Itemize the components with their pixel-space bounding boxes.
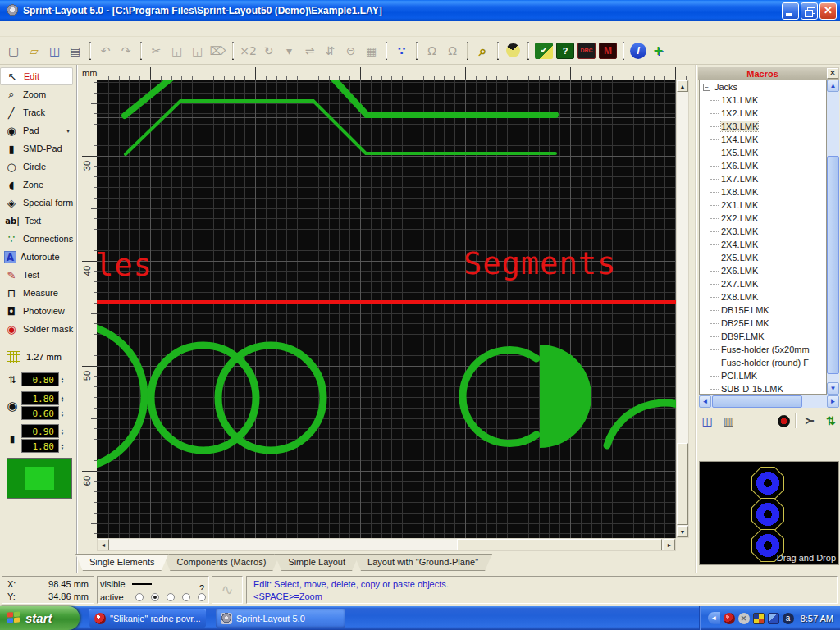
macro-tree-root[interactable]: − Jacks <box>700 80 826 94</box>
macro-item[interactable]: PCI.LMK <box>700 369 826 382</box>
macro-item[interactable]: 2X3.LMK <box>700 225 826 238</box>
menu-item[interactable] <box>5 27 18 30</box>
tool-test[interactable]: ✎ Test <box>0 266 76 284</box>
minimize-button[interactable] <box>782 2 799 20</box>
scroll-left-button[interactable]: ◄ <box>98 539 109 550</box>
board-tab[interactable]: Simple Layout <box>274 554 359 571</box>
taskbar-task[interactable]: "Slikanje" radne povr... <box>89 609 206 628</box>
macros-vertical-scrollbar[interactable]: ▲ ▼ <box>827 80 839 395</box>
macro-item[interactable]: 1X6.LMK <box>700 159 826 172</box>
vertical-scroll-thumb[interactable] <box>827 156 839 374</box>
macro-item[interactable]: Fuse-holder (5x20mm <box>700 343 826 356</box>
macro-item[interactable]: 1X8.LMK <box>700 185 826 199</box>
menu-item[interactable] <box>64 27 77 30</box>
test-icon[interactable]: ✔ <box>535 43 553 59</box>
menu-item[interactable] <box>20 27 33 30</box>
tool-photoview[interactable]: ◘ Photoview <box>0 302 76 320</box>
scroll-down-button[interactable]: ▼ <box>677 526 688 537</box>
tool-zoom[interactable]: ⌕ Zoom <box>0 85 76 103</box>
zoom-icon[interactable]: ⌕ <box>472 41 493 61</box>
active-layer-radio[interactable] <box>198 593 206 601</box>
tray-a-icon[interactable]: a <box>783 613 794 624</box>
circle-a[interactable] <box>151 345 256 450</box>
macros-close-icon[interactable]: ✕ <box>827 68 838 79</box>
taskbar-task-active[interactable]: Sprint-Layout 5.0 <box>216 609 345 628</box>
photoview-icon[interactable]: ● <box>503 41 523 61</box>
tool-pad[interactable]: ◉ Pad <box>0 121 76 139</box>
pcb-canvas[interactable]: les Segments <box>97 80 676 538</box>
tool-solder-mask[interactable]: ◉ Solder mask <box>0 320 76 338</box>
tool-autoroute[interactable]: A Autoroute <box>0 248 76 266</box>
track-width-field[interactable]: 0.80 <box>21 372 59 386</box>
tool-special-form[interactable]: ◈ Special form <box>0 194 76 212</box>
cut-icon[interactable]: ✂ <box>146 41 167 61</box>
scroll-left-button[interactable]: ◄ <box>699 395 711 408</box>
horizontal-scroll-thumb[interactable] <box>712 395 802 408</box>
tool-connections[interactable]: ∵ Connections <box>0 230 76 248</box>
macro-item[interactable]: 1X7.LMK <box>700 172 826 185</box>
smd-width-field[interactable]: 0.90 <box>21 424 59 438</box>
pcb-label-left[interactable]: les <box>97 248 153 283</box>
active-layer-radio[interactable] <box>167 593 175 601</box>
connections-icon[interactable]: ∵ <box>391 41 412 61</box>
tray-close-icon[interactable]: ✕ <box>738 613 750 624</box>
macro-item[interactable]: 1X2.LMK <box>700 107 826 120</box>
macros-horizontal-scrollbar[interactable]: ◄ ► <box>699 395 839 408</box>
drc-icon[interactable]: DRC <box>578 43 596 59</box>
print-icon[interactable]: ▤ <box>65 41 85 61</box>
canvas-vertical-scrollbar[interactable]: ▲ ▼ <box>676 80 689 538</box>
macro-item[interactable]: 1X3.LMK <box>700 120 826 133</box>
half-disc[interactable] <box>540 345 591 448</box>
board-tab[interactable]: Single Elements <box>75 554 169 571</box>
scroll-up-button[interactable]: ▲ <box>827 80 839 92</box>
lock-icon[interactable]: Ω <box>422 41 442 61</box>
board-tab[interactable]: Components (Macros) <box>163 554 281 571</box>
mirror-horizontal-icon[interactable]: ⇌ <box>299 41 320 61</box>
macro-item[interactable]: Fuse-holder (round) F <box>700 356 826 369</box>
vertical-scroll-thumb[interactable] <box>677 443 688 525</box>
info-icon[interactable]: i <box>630 43 646 59</box>
trace-thick-left[interactable] <box>125 80 176 116</box>
menu-item[interactable] <box>34 27 48 30</box>
trace-thick-right[interactable] <box>330 80 555 115</box>
tool-circle[interactable]: ○ Circle <box>0 158 76 176</box>
component-pins-icon[interactable]: Y <box>801 413 818 429</box>
redo-icon[interactable]: ↷ <box>116 41 136 61</box>
close-button[interactable] <box>819 2 837 20</box>
tray-tool-icon[interactable] <box>753 613 765 624</box>
tool-text[interactable]: ab| Text <box>0 212 76 230</box>
layer-help-icon[interactable]: ? <box>199 583 204 593</box>
undo-icon[interactable]: ↶ <box>95 41 116 61</box>
paste-icon[interactable]: ◲ <box>187 41 208 61</box>
pcb-label-right[interactable]: Segments <box>463 246 616 281</box>
macro-item[interactable]: 2X4.LMK <box>700 238 826 251</box>
tool-zone[interactable]: ◖ Zone <box>0 176 76 194</box>
restore-button[interactable] <box>801 2 818 20</box>
macro-item[interactable]: SUB-D-15.LMK <box>700 382 826 395</box>
track-width-spinner[interactable]: ▴▾ <box>59 372 66 386</box>
rotate-dropdown-icon[interactable]: ▾ <box>279 41 299 61</box>
macro-item[interactable]: 2X1.LMK <box>700 199 826 212</box>
macro-item[interactable]: 1X5.LMK <box>700 146 826 159</box>
open-icon[interactable]: ▱ <box>24 41 44 61</box>
pad-outer-field[interactable]: 1.80 <box>21 391 59 405</box>
renumber-icon[interactable]: ⇅ <box>823 413 839 429</box>
menu-item[interactable] <box>94 27 107 30</box>
tool-track[interactable]: ╱ Track <box>0 103 76 121</box>
macro-item[interactable]: DB15F.LMK <box>700 304 826 317</box>
pad-outer-spinner[interactable]: ▴▾ <box>59 391 66 405</box>
duplicate-x2-icon[interactable]: ×2 <box>238 41 258 61</box>
macro-item[interactable]: 2X7.LMK <box>700 277 826 290</box>
mirror-vertical-icon[interactable]: ⇵ <box>320 41 340 61</box>
menu-item[interactable] <box>79 27 92 30</box>
record-macro-icon[interactable] <box>778 415 790 427</box>
tool-smd-pad[interactable]: ▮ SMD-Pad <box>0 139 76 158</box>
macro-item[interactable]: 2X8.LMK <box>700 290 826 304</box>
horizontal-scroll-thumb[interactable] <box>457 539 662 550</box>
delete-icon[interactable]: ⌦ <box>208 41 228 61</box>
scroll-down-button[interactable]: ▼ <box>827 382 839 395</box>
active-layer-radio[interactable] <box>135 593 144 601</box>
active-layer-radio[interactable] <box>182 593 190 601</box>
footprint-icon[interactable]: + <box>648 41 669 61</box>
pad-drill-spinner[interactable]: ▴▾ <box>59 406 66 420</box>
